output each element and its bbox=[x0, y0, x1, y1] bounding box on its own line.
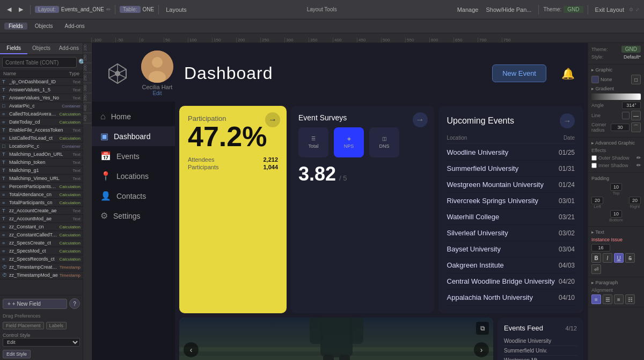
event-row[interactable]: Waterhill College03/21 bbox=[447, 209, 575, 225]
feed-item[interactable]: Summerfield Univ. bbox=[504, 346, 577, 356]
font-size-input[interactable] bbox=[591, 244, 610, 251]
list-item[interactable]: TMailchimp_LeadOn_URLText bbox=[0, 150, 83, 159]
list-item[interactable]: TAnswerValues_Yes_NoText bbox=[0, 94, 83, 102]
padding-bottom-input[interactable] bbox=[610, 210, 622, 218]
list-item[interactable]: =zz_ConstantCalledToLeadID_ctCalculation bbox=[0, 231, 83, 239]
objects-tab[interactable]: Objects bbox=[31, 23, 57, 30]
padding-top-input[interactable] bbox=[610, 183, 622, 191]
manage-btn[interactable]: Manage bbox=[455, 5, 481, 14]
help-button[interactable]: ? bbox=[69, 298, 80, 309]
outer-shadow-checkbox[interactable] bbox=[591, 155, 597, 161]
list-item[interactable]: =CalledToLeadAverage_cnCalculation bbox=[0, 110, 83, 118]
event-row[interactable]: Central Woodline Bridge University04/20 bbox=[447, 273, 575, 290]
add-field-button[interactable]: + + New Field bbox=[3, 299, 67, 309]
surveys-tab-nps[interactable]: ◈ NPS bbox=[334, 127, 364, 157]
lp-tab-objects[interactable]: Objects bbox=[27, 43, 55, 54]
list-item[interactable]: T_ip_OnDashboard_IDText bbox=[0, 78, 83, 86]
search-input[interactable] bbox=[2, 57, 77, 68]
corner-icon[interactable]: ⌒ bbox=[631, 123, 641, 132]
list-item[interactable]: TMailchimp_Vimeo_URLText bbox=[0, 175, 83, 183]
list-item[interactable]: ⏱zz_TimestampMod_aeTimestamp bbox=[0, 271, 83, 279]
event-row[interactable]: Summerfield University01/31 bbox=[447, 161, 575, 177]
nav-item-dashboard[interactable]: ▣ Dashboard bbox=[92, 126, 175, 146]
photo-prev-button[interactable]: ‹ bbox=[184, 342, 199, 357]
list-item[interactable]: =zz_Constant_cnCalculation bbox=[0, 223, 83, 231]
padding-left-input[interactable] bbox=[591, 197, 603, 204]
align-justify-button[interactable]: ☷ bbox=[625, 294, 635, 304]
events-feed-title: Events Feed bbox=[504, 324, 543, 332]
photo-next-button[interactable]: › bbox=[474, 342, 489, 357]
lp-tab-fields[interactable]: Fields bbox=[0, 43, 27, 54]
list-item[interactable]: =zz_SpecsCreate_ctCalculation bbox=[0, 239, 83, 247]
list-item[interactable]: TEnableFile_AccessTokenText bbox=[0, 126, 83, 134]
list-item[interactable]: TMailchimp_tokenText bbox=[0, 159, 83, 167]
event-row[interactable]: Oakgreen Institute04/03 bbox=[447, 257, 575, 273]
angle-input[interactable] bbox=[622, 102, 641, 109]
new-event-button[interactable]: New Event bbox=[492, 64, 546, 82]
event-row[interactable]: Silverleaf University03/02 bbox=[447, 225, 575, 241]
list-item[interactable]: □AvatarPic_cContainer bbox=[0, 102, 83, 110]
outer-shadow-edit-icon[interactable]: ✏ bbox=[636, 155, 641, 161]
control-style-select[interactable]: Edit bbox=[3, 338, 80, 347]
event-row[interactable]: Rivercreek Springs University03/01 bbox=[447, 193, 575, 209]
photo-copy-icon[interactable]: ⧉ bbox=[476, 322, 489, 335]
line-color-swatch[interactable] bbox=[622, 112, 630, 119]
participation-arrow-icon[interactable]: → bbox=[265, 112, 280, 127]
list-item[interactable]: =zz_SpecsMod_ctCalculation bbox=[0, 247, 83, 255]
list-item[interactable]: ⏱zz_TimestampCreate_aeTimestamp bbox=[0, 263, 83, 271]
upcoming-arrow-icon[interactable]: → bbox=[560, 113, 575, 128]
profile-edit-link[interactable]: Edit bbox=[152, 90, 162, 96]
list-item[interactable]: =TotalParticipants_cnCalculation bbox=[0, 199, 83, 207]
inner-shadow-edit-icon[interactable]: ✏ bbox=[636, 162, 641, 168]
event-row[interactable]: Bayset University03/04 bbox=[447, 241, 575, 257]
list-item[interactable]: =ListCalledToLead_ctCalculation bbox=[0, 134, 83, 142]
strikethrough-button[interactable]: S̶ bbox=[625, 253, 635, 263]
underline-button[interactable]: U bbox=[614, 253, 624, 263]
align-right-button[interactable]: ≡ bbox=[614, 294, 624, 304]
nav-item-contacts[interactable]: 👤 Contacts bbox=[92, 186, 175, 206]
list-item[interactable]: Tzz_AccountCreate_aeText bbox=[0, 207, 83, 215]
list-item[interactable]: TAnswerValues_1_5Text bbox=[0, 86, 83, 94]
list-item[interactable]: Tzz_AccountMod_aeText bbox=[0, 215, 83, 223]
line-btn[interactable]: — bbox=[631, 111, 641, 120]
list-item[interactable]: =zz_SpecsRecords_ctCalculation bbox=[0, 255, 83, 263]
fill-color-swatch[interactable] bbox=[591, 76, 599, 83]
exit-layout-btn[interactable]: Exit Layout bbox=[592, 5, 627, 14]
lp-tab-addons[interactable]: Add-ons bbox=[55, 43, 83, 54]
layouts-btn[interactable]: Layouts bbox=[163, 5, 189, 14]
nav-item-home[interactable]: ⌂ Home bbox=[92, 107, 175, 126]
event-row[interactable]: Woodline University01/25 bbox=[447, 145, 575, 161]
labels-option[interactable]: Labels bbox=[46, 322, 67, 329]
add-ons-tab[interactable]: Add-ons bbox=[61, 23, 89, 30]
list-item[interactable]: TMailchimp_g1Text bbox=[0, 167, 83, 175]
surveys-arrow-icon[interactable]: → bbox=[413, 112, 428, 127]
nav-back-btn[interactable]: ◀ bbox=[4, 5, 14, 14]
align-center-button[interactable]: ☰ bbox=[603, 294, 612, 304]
feed-item[interactable]: Woodline University bbox=[504, 336, 577, 346]
list-item[interactable]: =DateToday_cdCalculation bbox=[0, 118, 83, 126]
inner-shadow-checkbox[interactable] bbox=[591, 163, 597, 168]
fields-tab[interactable]: Fields bbox=[4, 23, 27, 30]
event-row[interactable]: Westgreen Mountain University01/24 bbox=[447, 177, 575, 193]
corner-radius-input[interactable] bbox=[611, 124, 630, 131]
word-wrap-button[interactable]: ⏎ bbox=[591, 264, 601, 274]
nav-item-locations[interactable]: 📍 Locations bbox=[92, 166, 175, 186]
show-hide-btn[interactable]: Show/Hide Pan... bbox=[483, 5, 534, 14]
feed-item[interactable]: Westgreen Mt. bbox=[504, 356, 577, 360]
nav-item-settings[interactable]: ⚙ Settings bbox=[92, 206, 175, 226]
nav-forward-btn[interactable]: ▶ bbox=[16, 5, 26, 14]
list-item[interactable]: =PercentParticipants_cnCalculation bbox=[0, 183, 83, 191]
surveys-tab-dns[interactable]: ◫ DNS bbox=[369, 127, 399, 157]
edit-style-button[interactable]: Edit Style bbox=[3, 350, 31, 358]
surveys-tab-total[interactable]: ☰ Total bbox=[298, 127, 328, 157]
nav-item-events[interactable]: 📅 Events bbox=[92, 146, 175, 166]
list-item[interactable]: □LocationPic_cContainer bbox=[0, 142, 83, 150]
italic-button[interactable]: I bbox=[603, 253, 612, 263]
bold-button[interactable]: B bbox=[591, 253, 601, 263]
padding-right-input[interactable] bbox=[629, 197, 641, 204]
event-row[interactable]: Appalachia North University04/10 bbox=[447, 290, 575, 306]
fill-btn[interactable]: □ bbox=[631, 75, 641, 84]
list-item[interactable]: =TotalAttendance_cnCalculation bbox=[0, 191, 83, 199]
align-left-button[interactable]: ≡ bbox=[591, 294, 601, 304]
notification-bell-icon[interactable]: 🔔 bbox=[561, 67, 575, 80]
